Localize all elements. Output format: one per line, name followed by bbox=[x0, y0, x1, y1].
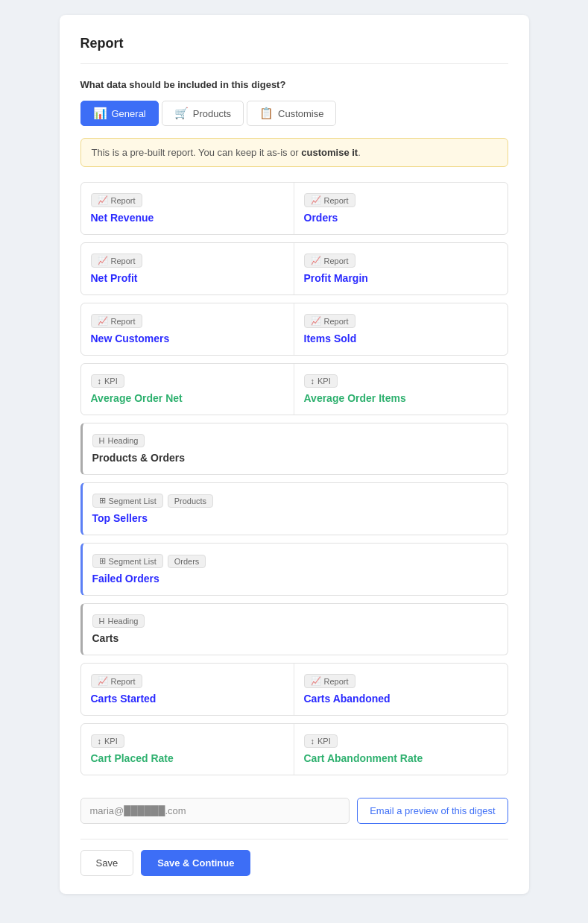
heading-icon: H bbox=[99, 617, 105, 626]
kpi-icon: ↕ bbox=[98, 377, 102, 385]
full-failed-orders: ⊞ Segment List Orders Failed Orders bbox=[80, 543, 508, 596]
badge-report: 📈 Report bbox=[91, 193, 142, 207]
products-tab-icon: 🛒 bbox=[174, 107, 189, 120]
cell-title-carts-abandoned: Carts Abandoned bbox=[304, 693, 496, 705]
cell-title-profit-margin: Profit Margin bbox=[304, 272, 496, 284]
badge-row: 📈 Report bbox=[304, 314, 496, 328]
badge-segment: ⊞ Segment List bbox=[92, 554, 163, 568]
tab-general[interactable]: 📊 General bbox=[80, 101, 159, 126]
badge-kpi: ↕ KPI bbox=[91, 734, 124, 748]
badge-row: H Heading bbox=[92, 614, 496, 628]
cell-title-new-customers: New Customers bbox=[91, 333, 282, 344]
grid-avg-order: ↕ KPI Average Order Net ↕ KPI Average Or… bbox=[80, 363, 508, 415]
grid-net-profit-margin: 📈 Report Net Profit 📈 Report Profit Marg… bbox=[80, 242, 508, 295]
cell-title-failed-orders: Failed Orders bbox=[92, 573, 496, 585]
badge-report: 📈 Report bbox=[304, 314, 355, 328]
heading-products-orders: H Heading Products & Orders bbox=[80, 423, 508, 475]
grid-row-4: ↕ KPI Average Order Net ↕ KPI Average Or… bbox=[81, 364, 508, 415]
cell-net-profit: 📈 Report Net Profit bbox=[81, 243, 294, 294]
chart-icon: 📈 bbox=[311, 676, 321, 686]
save-button[interactable]: Save bbox=[80, 850, 134, 876]
tab-customise[interactable]: 📋 Customise bbox=[247, 101, 336, 126]
cell-title-carts-started: Carts Started bbox=[91, 693, 282, 705]
badge-row: 📈 Report bbox=[91, 253, 282, 268]
badge-segment: ⊞ Segment List bbox=[92, 494, 163, 508]
badge-report: 📈 Report bbox=[304, 193, 355, 207]
badge-kpi: ↕ KPI bbox=[304, 734, 338, 748]
badge-row: 📈 Report bbox=[91, 674, 282, 688]
badge-report: 📈 Report bbox=[304, 253, 355, 268]
grid-carts-started-abandoned: 📈 Report Carts Started 📈 Report Carts Ab… bbox=[80, 663, 508, 716]
cell-items-sold: 📈 Report Items Sold bbox=[294, 303, 508, 355]
email-preview-button[interactable]: Email a preview of this digest bbox=[357, 798, 508, 824]
cell-carts-started: 📈 Report Carts Started bbox=[81, 664, 294, 715]
info-banner-link[interactable]: customise it bbox=[301, 147, 358, 158]
tab-products[interactable]: 🛒 Products bbox=[162, 101, 244, 126]
section-question: What data should be included in this dig… bbox=[80, 79, 508, 90]
kpi-icon: ↕ bbox=[311, 737, 315, 746]
main-container: Report What data should be included in t… bbox=[60, 15, 529, 894]
tab-products-label: Products bbox=[193, 108, 231, 119]
badge-context-products: Products bbox=[168, 494, 213, 508]
chart-icon: 📈 bbox=[98, 256, 108, 265]
badge-row: 📈 Report bbox=[91, 193, 282, 207]
badge-row: ↕ KPI bbox=[304, 374, 496, 388]
badge-row: 📈 Report bbox=[91, 314, 282, 328]
tab-customise-label: Customise bbox=[278, 108, 323, 119]
info-banner-text: This is a pre-built report. You can keep… bbox=[92, 147, 302, 158]
badge-heading: H Heading bbox=[92, 614, 145, 628]
cell-profit-margin: 📈 Report Profit Margin bbox=[294, 243, 508, 294]
info-banner-suffix: . bbox=[358, 147, 361, 158]
cell-title-net-profit: Net Profit bbox=[91, 272, 282, 284]
badge-row: H Heading bbox=[92, 434, 496, 447]
heading-icon: H bbox=[99, 436, 105, 445]
badge-report: 📈 Report bbox=[304, 674, 355, 688]
badge-row: ↕ KPI bbox=[304, 734, 496, 748]
badge-context-orders: Orders bbox=[168, 555, 206, 568]
grid-row-3: 📈 Report New Customers 📈 Report Items So… bbox=[81, 303, 508, 355]
heading-carts: H Heading Carts bbox=[80, 603, 508, 655]
cell-title-carts-heading: Carts bbox=[92, 632, 496, 644]
save-continue-button[interactable]: Save & Continue bbox=[141, 850, 250, 876]
chart-icon: 📈 bbox=[311, 195, 321, 205]
chart-icon: 📈 bbox=[98, 195, 108, 205]
grid-net-revenue-orders: 📈 Report Net Revenue 📈 Report Orders bbox=[80, 182, 508, 235]
badge-row: ⊞ Segment List Products bbox=[92, 494, 496, 508]
cell-carts-abandoned: 📈 Report Carts Abandoned bbox=[294, 664, 508, 715]
chart-icon: 📈 bbox=[98, 676, 108, 686]
grid-row-1: 📈 Report Net Revenue 📈 Report Orders bbox=[81, 183, 508, 234]
badge-row: ↕ KPI bbox=[91, 374, 282, 388]
cell-title-avg-order-net: Average Order Net bbox=[91, 392, 282, 404]
kpi-icon: ↕ bbox=[311, 377, 315, 385]
badge-kpi: ↕ KPI bbox=[91, 374, 124, 388]
badge-row: 📈 Report bbox=[304, 674, 496, 688]
cell-new-customers: 📈 Report New Customers bbox=[81, 303, 294, 355]
grid-row-carts: 📈 Report Carts Started 📈 Report Carts Ab… bbox=[81, 664, 508, 715]
cell-cart-placed-rate: ↕ KPI Cart Placed Rate bbox=[81, 724, 294, 775]
full-top-sellers: ⊞ Segment List Products Top Sellers bbox=[80, 482, 508, 535]
grid-row-cart-rates: ↕ KPI Cart Placed Rate ↕ KPI Cart Abando… bbox=[81, 724, 508, 775]
cell-net-revenue: 📈 Report Net Revenue bbox=[81, 183, 294, 234]
cell-orders: 📈 Report Orders bbox=[294, 183, 508, 234]
badge-report: 📈 Report bbox=[91, 253, 142, 268]
badge-row: 📈 Report bbox=[304, 193, 496, 207]
tabs-bar: 📊 General 🛒 Products 📋 Customise bbox=[80, 101, 508, 126]
segment-icon: ⊞ bbox=[99, 556, 106, 566]
info-banner: This is a pre-built report. You can keep… bbox=[80, 138, 508, 167]
cell-cart-abandonment-rate: ↕ KPI Cart Abandonment Rate bbox=[294, 724, 508, 775]
email-input[interactable] bbox=[80, 798, 350, 824]
chart-icon: 📈 bbox=[98, 316, 108, 326]
cell-title-net-revenue: Net Revenue bbox=[91, 212, 282, 224]
tab-general-label: General bbox=[112, 108, 146, 119]
badge-row: 📈 Report bbox=[304, 253, 496, 268]
badge-heading: H Heading bbox=[92, 434, 145, 447]
segment-icon: ⊞ bbox=[99, 496, 106, 505]
cell-title-cart-placed-rate: Cart Placed Rate bbox=[91, 752, 282, 764]
grid-new-customers-items: 📈 Report New Customers 📈 Report Items So… bbox=[80, 303, 508, 356]
badge-kpi: ↕ KPI bbox=[304, 374, 338, 388]
grid-row-2: 📈 Report Net Profit 📈 Report Profit Marg… bbox=[81, 243, 508, 294]
email-preview-row: Email a preview of this digest bbox=[80, 790, 508, 824]
general-tab-icon: 📊 bbox=[93, 107, 107, 120]
cell-title-orders: Orders bbox=[304, 212, 496, 224]
cell-title-items-sold: Items Sold bbox=[304, 333, 496, 344]
